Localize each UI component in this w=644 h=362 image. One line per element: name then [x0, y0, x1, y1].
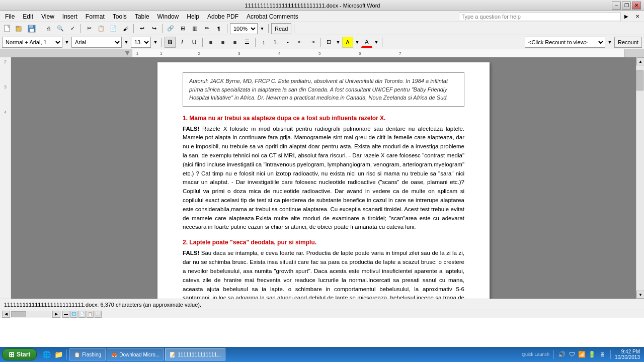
- bold-button[interactable]: B: [165, 37, 176, 48]
- hyperlink-button[interactable]: 🔗: [165, 23, 176, 34]
- decrease-indent-button[interactable]: ⇤: [294, 37, 305, 48]
- start-button[interactable]: ⊞ Start: [2, 348, 37, 360]
- title-bar-text: 11111111111111111111111111.docx - Micros…: [13, 3, 612, 9]
- tb-sep7: [294, 24, 294, 33]
- reading-view-button[interactable]: 📖: [95, 311, 102, 318]
- open-button[interactable]: [14, 23, 25, 34]
- copy-button[interactable]: 📋: [96, 23, 107, 34]
- menu-tools[interactable]: Tools: [109, 12, 131, 22]
- numbering-button[interactable]: 1.: [270, 37, 281, 48]
- document-area[interactable]: Autorul: JACK Byrne, MD, FRCP C. Este pe…: [11, 57, 636, 299]
- table-button[interactable]: ⊞: [177, 23, 188, 34]
- menu-table[interactable]: Table: [131, 12, 153, 22]
- style-dropdown[interactable]: Normal + Arial, 1: [2, 37, 62, 48]
- recount-display[interactable]: <Click Recount to view>: [525, 37, 605, 48]
- highlight-button[interactable]: A: [342, 37, 353, 48]
- menu-window[interactable]: Window: [153, 12, 183, 22]
- ruler-right-margin: [624, 49, 644, 57]
- recount-button[interactable]: Recount: [614, 37, 642, 48]
- show-hide-button[interactable]: ¶: [213, 23, 224, 34]
- taskbar-flashing-btn[interactable]: 📋 Flashing: [69, 348, 106, 360]
- border-arrow[interactable]: ▼: [335, 37, 341, 48]
- scrollbar-track[interactable]: [636, 65, 644, 291]
- ruler-left-margin: [0, 49, 132, 57]
- close-button[interactable]: ✕: [632, 2, 641, 10]
- align-center-button[interactable]: ≡: [217, 37, 228, 48]
- battery-icon[interactable]: 🔋: [588, 350, 596, 358]
- explorer-icon[interactable]: 📁: [53, 349, 64, 360]
- align-right-button[interactable]: ≡: [229, 37, 240, 48]
- justify-button[interactable]: ☰: [242, 37, 253, 48]
- print-preview-button[interactable]: 🔍: [55, 23, 66, 34]
- horizontal-scrollbar[interactable]: ◀ ▶ ▬ 🌐 📄 📋 📖: [0, 310, 644, 318]
- antivirus-icon[interactable]: 🛡: [568, 350, 576, 358]
- zoom-dropdown[interactable]: 100%: [230, 23, 258, 34]
- cut-button[interactable]: ✂: [84, 23, 95, 34]
- menu-view[interactable]: View: [37, 12, 58, 22]
- restore-button[interactable]: ❐: [622, 2, 631, 10]
- line-spacing-button[interactable]: ↕: [258, 37, 269, 48]
- menu-help[interactable]: Help: [183, 12, 203, 22]
- read-button[interactable]: Read: [271, 23, 291, 34]
- speaker-icon[interactable]: 🔊: [558, 350, 566, 358]
- menu-insert[interactable]: Insert: [58, 12, 82, 22]
- paste-button[interactable]: 📄: [108, 23, 119, 34]
- print-layout-button[interactable]: 📄: [78, 311, 86, 318]
- help-close-button[interactable]: ✕: [632, 11, 643, 22]
- display-icon[interactable]: 🖥: [598, 350, 606, 358]
- bullets-button[interactable]: •: [282, 37, 293, 48]
- font-arrow[interactable]: ▼: [123, 37, 130, 48]
- menu-file[interactable]: File: [1, 12, 19, 22]
- menu-adobe-pdf[interactable]: Adobe PDF: [203, 12, 243, 22]
- taskbar-firefox-btn[interactable]: 🦊 Download Micro...: [107, 348, 164, 360]
- margin-number-2: 3: [4, 84, 7, 89]
- tb-sep11: [320, 38, 320, 47]
- web-layout-button[interactable]: 🌐: [70, 311, 77, 318]
- h-scrollbar-track[interactable]: [11, 311, 51, 317]
- scroll-left-arrow[interactable]: ◀: [2, 311, 10, 318]
- redo-button[interactable]: ↪: [148, 23, 159, 34]
- menu-edit[interactable]: Edit: [19, 12, 37, 22]
- outside-border-button[interactable]: ⊡: [323, 37, 334, 48]
- scroll-up-arrow[interactable]: ▲: [636, 57, 644, 65]
- drawing-button[interactable]: ✏: [201, 23, 212, 34]
- size-arrow[interactable]: ▼: [152, 37, 159, 48]
- underline-button[interactable]: U: [189, 37, 200, 48]
- font-color-button[interactable]: A: [361, 37, 372, 48]
- zoom-arrow[interactable]: ▼: [259, 23, 266, 34]
- scrollbar[interactable]: ▲ ▼: [636, 57, 644, 299]
- clock: 9:42 PM 10/30/2013: [615, 349, 640, 360]
- spell-check-button[interactable]: ✓: [67, 23, 78, 34]
- size-dropdown[interactable]: 13.5: [131, 37, 151, 48]
- align-left-button[interactable]: ≡: [205, 37, 216, 48]
- style-arrow[interactable]: ▼: [63, 37, 70, 48]
- tb-sep1: [40, 24, 40, 33]
- quick-launch-label: Quick Launch: [522, 352, 549, 357]
- scrollbar-thumb[interactable]: [636, 70, 643, 90]
- network-icon[interactable]: 📶: [578, 350, 586, 358]
- h-scrollbar-thumb[interactable]: [11, 311, 26, 317]
- scroll-down-arrow[interactable]: ▼: [636, 291, 644, 299]
- ie-icon[interactable]: 🌐: [41, 349, 52, 360]
- columns-button[interactable]: ▥: [189, 23, 200, 34]
- new-button[interactable]: [2, 23, 13, 34]
- menu-format[interactable]: Format: [82, 12, 109, 22]
- taskbar-word-btn[interactable]: 📝 11111111111111...: [165, 348, 225, 360]
- recount-arrow[interactable]: ▼: [606, 37, 613, 48]
- highlight-arrow[interactable]: ▼: [354, 37, 360, 48]
- print-button[interactable]: 🖨: [43, 23, 54, 34]
- font-dropdown[interactable]: Arial: [71, 37, 122, 48]
- font-color-arrow[interactable]: ▼: [373, 37, 379, 48]
- help-input[interactable]: [459, 12, 621, 21]
- italic-button[interactable]: I: [177, 37, 188, 48]
- menu-acrobat-comments[interactable]: Acrobat Comments: [243, 12, 302, 22]
- format-painter-button[interactable]: 🖌: [120, 23, 131, 34]
- scroll-right-arrow[interactable]: ▶: [52, 311, 60, 318]
- undo-button[interactable]: ↩: [136, 23, 147, 34]
- outline-view-button[interactable]: 📋: [87, 311, 94, 318]
- normal-view-button[interactable]: ▬: [62, 311, 69, 318]
- save-button[interactable]: [26, 23, 37, 34]
- minimize-button[interactable]: –: [612, 2, 621, 10]
- increase-indent-button[interactable]: ⇥: [306, 37, 317, 48]
- help-arrow-button[interactable]: ▶: [621, 11, 632, 22]
